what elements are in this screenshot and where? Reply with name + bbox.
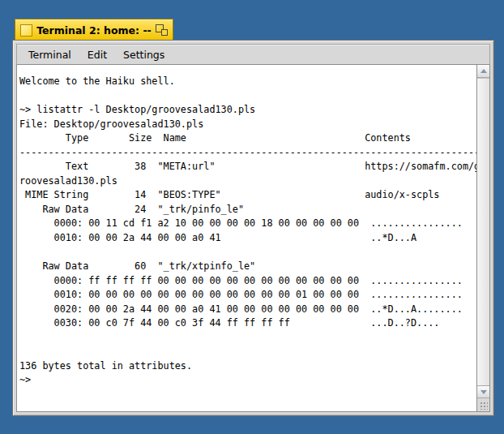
scroll-up-button[interactable] xyxy=(477,65,489,78)
arrow-up-icon xyxy=(481,69,487,73)
zoom-button[interactable] xyxy=(156,24,168,36)
zoom-small-square-icon xyxy=(161,29,168,36)
vertical-scrollbar[interactable] xyxy=(476,65,489,411)
scrollbar-thumb[interactable] xyxy=(477,78,489,385)
menu-item-settings[interactable]: Settings xyxy=(115,46,173,63)
window-title: Terminal 2: home: -- xyxy=(32,24,156,37)
content-area: Welcome to the Haiku shell. ~> listattr … xyxy=(16,65,490,412)
close-button[interactable] xyxy=(20,24,32,37)
arrow-down-icon xyxy=(481,390,487,394)
terminal-text: Welcome to the Haiku shell. ~> listattr … xyxy=(19,75,475,388)
terminal-output[interactable]: Welcome to the Haiku shell. ~> listattr … xyxy=(17,65,476,411)
scroll-down-button[interactable] xyxy=(477,385,489,398)
menu-item-terminal[interactable]: Terminal xyxy=(20,46,79,63)
desktop: { "window": { "title": "Terminal 2: home… xyxy=(0,0,504,434)
menu-item-edit[interactable]: Edit xyxy=(79,46,115,63)
menu-bar: Terminal Edit Settings xyxy=(16,44,490,65)
terminal-window: Terminal Edit Settings Welcome to the Ha… xyxy=(12,40,494,416)
window-tab[interactable]: Terminal 2: home: -- xyxy=(15,19,173,41)
resize-grip[interactable] xyxy=(477,398,489,411)
